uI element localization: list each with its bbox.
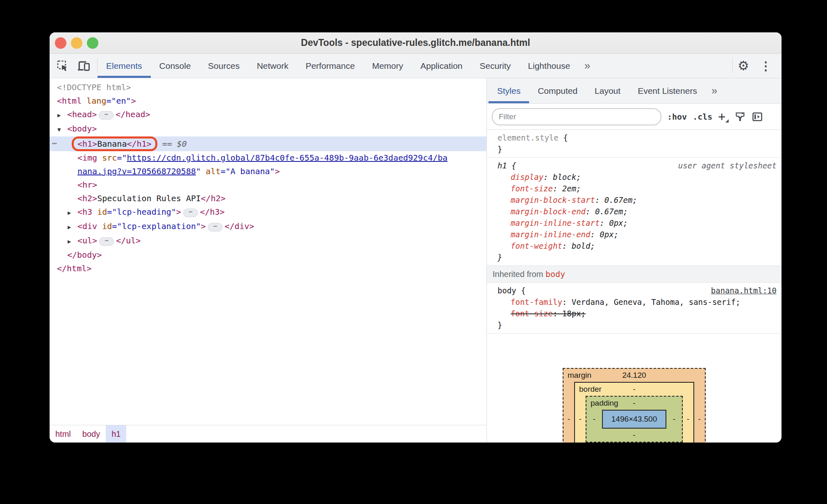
tree-row[interactable]: ▶<h3 id="lcp-heading">⋯</h3> bbox=[50, 205, 486, 220]
toolbar-right: ⚙ ⋮ bbox=[733, 54, 782, 78]
tab-security[interactable]: Security bbox=[471, 54, 519, 78]
padding-top-value[interactable]: - bbox=[586, 397, 682, 409]
toolbar-left-icons bbox=[50, 54, 97, 78]
padding-bottom-value[interactable]: - bbox=[586, 429, 682, 442]
tree-row[interactable]: <html lang="en"> bbox=[50, 94, 486, 108]
sidebar-tab-computed[interactable]: Computed bbox=[529, 78, 586, 103]
sidebar-tab-styles[interactable]: Styles bbox=[488, 78, 529, 103]
expand-ellipsis-button[interactable]: ⋯ bbox=[208, 223, 223, 232]
tree-row[interactable]: </html> bbox=[50, 262, 486, 275]
box-model-content[interactable]: 1496×43.500 bbox=[602, 410, 666, 429]
style-property[interactable]: font-family: Verdana, Geneva, Tahoma, sa… bbox=[498, 296, 777, 308]
expand-arrow-right-icon[interactable]: ▶ bbox=[68, 235, 77, 248]
settings-gear-icon[interactable]: ⚙ bbox=[733, 57, 754, 75]
style-rule[interactable]: element.style {} bbox=[487, 130, 782, 157]
margin-top-value[interactable]: 24.120 bbox=[563, 370, 705, 381]
style-property[interactable]: margin-block-start: 0.67em; bbox=[498, 194, 777, 206]
filter-input[interactable] bbox=[492, 108, 661, 125]
tab-sources[interactable]: Sources bbox=[200, 54, 248, 78]
style-rule[interactable]: body {banana.html:10font-family: Verdana… bbox=[487, 283, 782, 333]
style-property[interactable]: margin-inline-start: 0px; bbox=[498, 217, 777, 229]
overflow-tabs-icon[interactable]: » bbox=[706, 78, 723, 103]
style-property[interactable]: font-weight: bold; bbox=[498, 240, 777, 252]
styles-content: element.style {}h1 {user agent styleshee… bbox=[487, 130, 782, 443]
sidebar-toggle-icon[interactable] bbox=[752, 111, 763, 123]
margin-right-value[interactable]: - bbox=[694, 413, 705, 425]
rule-close-brace: } bbox=[498, 143, 777, 155]
border-top-value[interactable]: - bbox=[575, 384, 693, 395]
inspect-icon[interactable] bbox=[52, 57, 73, 75]
stylesheet-origin-label: user agent stylesheet bbox=[678, 160, 777, 171]
breadcrumb-item-html[interactable]: html bbox=[50, 425, 77, 443]
expand-ellipsis-button[interactable]: ⋯ bbox=[99, 237, 114, 246]
breadcrumb-item-h1[interactable]: h1 bbox=[106, 425, 126, 443]
box-model-padding[interactable]: padding - - 1496×43.500 - - bbox=[586, 396, 683, 443]
expand-arrow-right-icon[interactable]: ▶ bbox=[57, 109, 67, 122]
style-property[interactable]: margin-block-end: 0.67em; bbox=[498, 206, 777, 217]
styles-panel: StylesComputedLayoutEvent Listeners» :ho… bbox=[487, 78, 782, 443]
border-right-value[interactable]: - bbox=[683, 413, 693, 425]
styles-filter-toolbar: :hov .cls + bbox=[487, 104, 782, 130]
rule-selector: body { bbox=[498, 285, 711, 296]
style-rule[interactable]: h1 {user agent stylesheetdisplay: block;… bbox=[487, 158, 782, 266]
new-style-rule-button[interactable]: + bbox=[718, 113, 729, 121]
tab-elements[interactable]: Elements bbox=[98, 54, 151, 78]
overflow-tabs-icon[interactable]: » bbox=[579, 54, 596, 78]
element-classes-button[interactable]: .cls bbox=[693, 112, 712, 122]
tree-row[interactable]: ⋯<h1>Banana</h1>== $0 bbox=[50, 136, 486, 151]
margin-left-value[interactable]: - bbox=[563, 413, 574, 425]
elements-panel: <!DOCTYPE html><html lang="en">▶<head>⋯<… bbox=[50, 78, 486, 443]
expand-arrow-right-icon[interactable]: ▶ bbox=[68, 206, 77, 220]
tab-lighthouse[interactable]: Lighthouse bbox=[519, 54, 579, 78]
style-property[interactable]: font-size: 2em; bbox=[498, 183, 777, 194]
panel-tabs: ElementsConsoleSourcesNetworkPerformance… bbox=[98, 54, 596, 78]
tree-row[interactable]: <!DOCTYPE html> bbox=[50, 81, 486, 94]
expand-ellipsis-button[interactable]: ⋯ bbox=[99, 111, 114, 120]
rule-selector: h1 { bbox=[498, 160, 678, 171]
padding-left-value[interactable]: - bbox=[586, 413, 602, 425]
tab-application[interactable]: Application bbox=[412, 54, 471, 78]
devtools-toolbar: ElementsConsoleSourcesNetworkPerformance… bbox=[50, 54, 782, 78]
style-property[interactable]: display: block; bbox=[498, 171, 777, 183]
device-toolbar-icon[interactable] bbox=[73, 57, 95, 75]
rule-close-brace: } bbox=[498, 319, 777, 331]
tree-row[interactable]: ▶<ul>⋯</ul> bbox=[50, 234, 486, 248]
style-property[interactable]: font-size: 18px; bbox=[498, 308, 777, 319]
selection-highlight-ring: <h1>Banana</h1> bbox=[72, 136, 157, 151]
tree-row[interactable]: ▶<div id="lcp-explanation">⋯</div> bbox=[50, 220, 486, 234]
expand-arrow-right-icon[interactable]: ▶ bbox=[68, 220, 77, 234]
inherited-from-header: Inherited from body bbox=[487, 266, 782, 282]
stylesheet-source-link[interactable]: banana.html:10 bbox=[711, 285, 777, 296]
expand-ellipsis-button[interactable]: ⋯ bbox=[183, 209, 198, 217]
tree-row[interactable]: ▼<body> bbox=[50, 122, 486, 136]
tree-row[interactable]: ▶<head>⋯</head> bbox=[50, 108, 486, 122]
box-model-border[interactable]: border - - padding - bbox=[574, 382, 694, 443]
inherited-body-link[interactable]: body bbox=[545, 269, 565, 279]
box-model-margin[interactable]: margin 24.120 - border - - bbox=[563, 368, 706, 443]
more-options-icon[interactable]: ⋮ bbox=[754, 59, 777, 73]
row-actions-icon[interactable]: ⋯ bbox=[52, 136, 57, 150]
style-property[interactable]: margin-inline-end: 0px; bbox=[498, 229, 777, 240]
box-model-diagram: margin 24.120 - border - - bbox=[487, 334, 782, 443]
sidebar-tab-layout[interactable]: Layout bbox=[586, 78, 629, 103]
tab-memory[interactable]: Memory bbox=[364, 54, 412, 78]
tab-console[interactable]: Console bbox=[151, 54, 200, 78]
toggle-element-state-button[interactable]: :hov bbox=[667, 112, 687, 122]
breadcrumb-item-body[interactable]: body bbox=[77, 425, 106, 443]
window-title: DevTools - speculative-rules.glitch.me/b… bbox=[50, 37, 782, 48]
dom-tree: <!DOCTYPE html><html lang="en">▶<head>⋯<… bbox=[50, 78, 486, 425]
sidebar-tab-event-listeners[interactable]: Event Listeners bbox=[629, 78, 706, 103]
border-left-value[interactable]: - bbox=[575, 413, 586, 425]
tree-row[interactable]: <hr> bbox=[50, 178, 486, 192]
tree-row[interactable]: <img src="https://cdn.glitch.global/87b4… bbox=[50, 151, 486, 178]
rule-selector: element.style { bbox=[498, 132, 777, 143]
rendering-emulation-icon[interactable] bbox=[734, 111, 746, 123]
tree-row[interactable]: <h2>Speculation Rules API</h2> bbox=[50, 192, 486, 205]
devtools-window: DevTools - speculative-rules.glitch.me/b… bbox=[50, 32, 782, 443]
tab-performance[interactable]: Performance bbox=[297, 54, 364, 78]
padding-right-value[interactable]: - bbox=[666, 413, 682, 425]
titlebar: DevTools - speculative-rules.glitch.me/b… bbox=[50, 32, 782, 54]
expand-arrow-down-icon[interactable]: ▼ bbox=[57, 123, 67, 136]
tree-row[interactable]: </body> bbox=[50, 248, 486, 262]
tab-network[interactable]: Network bbox=[248, 54, 297, 78]
